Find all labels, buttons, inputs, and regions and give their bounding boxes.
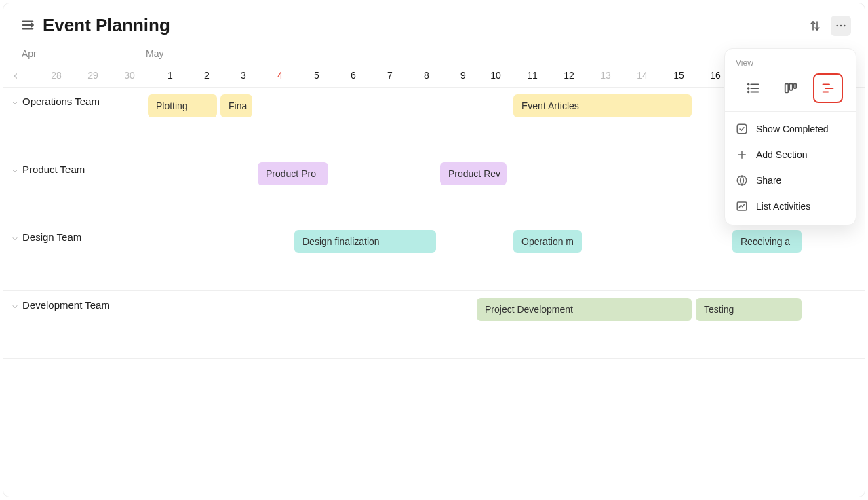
day-cell[interactable]: 2 (200, 70, 214, 81)
view-list-button[interactable] (738, 73, 768, 103)
task-bar[interactable]: Product Rev (440, 162, 507, 185)
day-cell[interactable]: 5 (310, 70, 323, 81)
section-name[interactable]: Design Team (22, 231, 81, 243)
section-name[interactable]: Operations Team (22, 96, 100, 107)
day-cell[interactable]: 12 (562, 70, 576, 81)
day-cell[interactable]: 30 (123, 70, 136, 81)
panel-section-label: View (725, 49, 856, 73)
task-bar[interactable]: Event Articles (513, 94, 692, 117)
header: Event Planning (3, 3, 865, 47)
view-timeline-button[interactable] (813, 73, 843, 103)
section-toggle[interactable] (10, 166, 20, 176)
section-name[interactable]: Product Team (22, 164, 85, 175)
more-menu-button[interactable] (831, 16, 851, 36)
menu-item-add-section[interactable]: Add Section (725, 142, 856, 168)
view-board-button[interactable] (776, 73, 806, 103)
menu-item-label: Add Section (756, 149, 808, 160)
section-toggle[interactable] (10, 302, 20, 311)
svg-point-5 (836, 25, 838, 27)
day-cell[interactable]: 1 (163, 70, 177, 81)
section-toggle[interactable] (10, 234, 20, 244)
menu-item-label: Share (756, 175, 781, 186)
svg-point-11 (747, 84, 749, 85)
task-bar[interactable]: Operation m (513, 230, 582, 253)
day-cell[interactable]: 4 (273, 70, 287, 81)
task-bar[interactable]: Testing (696, 298, 802, 321)
page-title: Event Planning (43, 15, 170, 36)
task-bar[interactable]: Plotting (148, 94, 217, 117)
menu-item-list-activities[interactable]: List Activities (725, 193, 856, 219)
svg-rect-15 (789, 84, 793, 90)
list-activities-icon (736, 200, 748, 212)
collapse-sidebar-icon[interactable] (20, 17, 36, 33)
month-label: Apr (22, 48, 37, 59)
day-cell[interactable]: 16 (709, 70, 722, 81)
section-toggle[interactable] (10, 98, 20, 108)
day-cell[interactable]: 8 (420, 70, 433, 81)
task-bar[interactable]: Project Development (477, 298, 692, 321)
day-cell[interactable]: 11 (526, 70, 539, 81)
task-bar[interactable]: Fina (220, 94, 252, 117)
day-cell[interactable]: 28 (50, 70, 63, 81)
svg-rect-14 (785, 84, 788, 93)
svg-point-12 (747, 88, 749, 89)
day-cell[interactable]: 9 (456, 70, 470, 81)
day-cell[interactable]: 10 (489, 70, 502, 81)
share-icon (736, 174, 748, 187)
svg-rect-20 (737, 124, 747, 134)
day-cell[interactable]: 3 (237, 70, 250, 81)
day-cell[interactable]: 13 (599, 70, 612, 81)
svg-point-13 (747, 92, 749, 93)
sort-button[interactable] (805, 16, 825, 36)
section-row: Development TeamProject DevelopmentTesti… (3, 291, 865, 359)
svg-rect-16 (793, 84, 796, 88)
show-completed-icon (736, 123, 748, 135)
day-cell[interactable]: 7 (383, 70, 397, 81)
section-row: Design TeamDesign finalizationOperation … (3, 223, 865, 291)
task-bar[interactable]: Product Pro (258, 162, 328, 185)
month-label: May (146, 48, 163, 59)
scroll-left-button[interactable] (9, 69, 22, 83)
add-section-icon (736, 149, 748, 161)
day-cell[interactable]: 15 (672, 70, 686, 81)
day-cell[interactable]: 29 (86, 70, 100, 81)
menu-item-share[interactable]: Share (725, 168, 856, 193)
menu-item-label: Show Completed (756, 123, 829, 134)
section-name[interactable]: Development Team (22, 299, 110, 311)
svg-point-7 (844, 25, 846, 27)
menu-item-show-completed[interactable]: Show Completed (725, 116, 856, 142)
task-bar[interactable]: Receiving a (732, 230, 802, 253)
svg-point-6 (840, 25, 842, 27)
day-cell[interactable]: 6 (347, 70, 360, 81)
day-cell[interactable]: 14 (635, 70, 649, 81)
options-panel: View Show CompletedAdd SectionShareList … (724, 48, 856, 225)
task-bar[interactable]: Design finalization (294, 230, 436, 253)
menu-item-label: List Activities (756, 201, 810, 212)
